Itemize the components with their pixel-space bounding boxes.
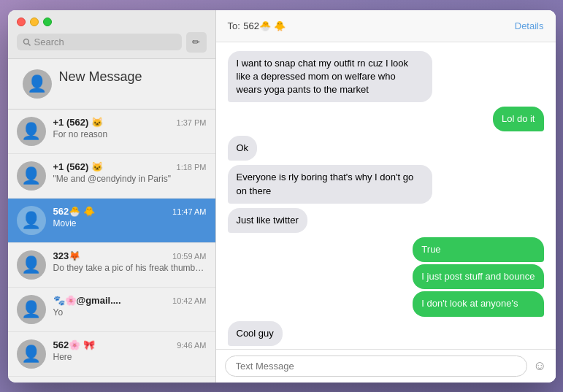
svg-line-1 — [28, 43, 30, 45]
conv-name: 🐾🌸@gmail.... — [53, 295, 121, 306]
emoji-button[interactable]: ☺ — [533, 358, 546, 374]
conversation-item-active[interactable]: 👤 562🐣 🐥 11:47 AM Movie — [8, 199, 215, 243]
message-bubble: Lol do it — [493, 107, 544, 131]
message-row: Cool guy — [228, 321, 544, 346]
conversation-item[interactable]: 👤 562🌸 🎀 9:46 AM Here — [8, 332, 215, 377]
chat-input-area: ☺ — [216, 349, 556, 383]
conv-name: +1 (562) 🐱 — [53, 161, 103, 172]
traffic-lights — [17, 18, 207, 26]
conv-preview: Movie — [53, 218, 207, 228]
message-row: I want to snap chat my outfit rn cuz I l… — [228, 51, 544, 103]
conv-time: 9:46 AM — [177, 341, 206, 350]
conv-content: 🐾🌸@gmail.... 10:42 AM Yo — [53, 295, 207, 318]
conversation-item[interactable]: 👤 +1 (562) 🐱 1:18 PM "Me and @cendyindy … — [8, 154, 215, 199]
avatar: 👤 — [17, 117, 46, 146]
search-icon — [23, 38, 31, 47]
conv-preview: Do they take a pic of his freak thumbs i… — [53, 263, 207, 273]
conv-preview: "Me and @cendyindy in Paris" — [53, 174, 207, 184]
conv-time: 11:47 AM — [172, 207, 206, 216]
search-input[interactable]: Search — [34, 36, 176, 47]
message-row: Just like twitter — [228, 208, 544, 233]
conv-content: 562🐣 🐥 11:47 AM Movie — [53, 206, 207, 228]
avatar: 👤 — [17, 206, 46, 235]
message-bubble: I don't look at anyone's — [413, 291, 543, 316]
new-message-item[interactable]: 👤 New Message — [8, 59, 215, 109]
conv-preview: Here — [53, 352, 207, 362]
conv-time: 10:42 AM — [172, 296, 206, 305]
conversation-item[interactable]: 👤 +1 (562) 🐱‍ 1:37 PM For no reason — [8, 109, 215, 154]
conversation-item[interactable]: 👤 🐾🌸@gmail.... 10:42 AM Yo — [8, 288, 215, 332]
minimize-button[interactable] — [30, 18, 39, 26]
message-row: True I just post stuff and bounce I don'… — [228, 237, 544, 317]
details-button[interactable]: Details — [515, 20, 544, 31]
conv-name: 562🐣 🐥 — [53, 206, 95, 217]
message-group: True I just post stuff and bounce I don'… — [413, 237, 543, 317]
message-row: Lol do it — [228, 107, 544, 131]
message-input[interactable] — [225, 356, 528, 377]
conv-time: 1:18 PM — [177, 163, 207, 172]
compose-button[interactable]: ✏ — [186, 32, 207, 53]
avatar: 👤 — [17, 339, 46, 369]
message-row: Ok — [228, 136, 544, 161]
chat-recipient: 562🐣 🐥 — [243, 20, 285, 31]
message-bubble: Just like twitter — [228, 208, 307, 233]
chat-header: To: 562🐣 🐥 Details — [216, 10, 556, 42]
message-bubble: Ok — [228, 136, 258, 161]
conv-name: 323🦊 — [53, 250, 81, 261]
message-row: Everyone is rly boring that's why I don'… — [228, 165, 544, 203]
conversation-list: 👤 New Message 👤 +1 (562) 🐱‍ 1:37 PM — [8, 59, 215, 383]
avatar: 👤 — [17, 161, 46, 191]
message-bubble: True — [413, 237, 543, 262]
conv-preview: Yo — [53, 307, 207, 318]
chat-to-label: To: — [228, 20, 240, 31]
sidebar-header: Search ✏ — [8, 10, 215, 59]
compose-icon: ✏ — [192, 36, 200, 47]
conv-preview: For no reason — [53, 129, 207, 139]
avatar: 👤 — [17, 250, 46, 280]
avatar: 👤 — [23, 69, 52, 99]
chat-to-row: To: 562🐣 🐥 — [228, 19, 286, 32]
avatar: 👤 — [17, 295, 46, 324]
svg-point-0 — [23, 39, 28, 44]
conv-name: +1 (562) 🐱‍ — [53, 117, 103, 128]
messages-window: Search ✏ 👤 New Message — [8, 10, 556, 383]
search-box[interactable]: Search — [17, 34, 182, 50]
search-row: Search ✏ — [17, 32, 207, 53]
close-button[interactable] — [17, 18, 26, 26]
conv-content: +1 (562) 🐱 1:18 PM "Me and @cendyindy in… — [53, 161, 207, 184]
sidebar: Search ✏ 👤 New Message — [8, 10, 216, 383]
maximize-button[interactable] — [43, 18, 52, 26]
conv-content: New Message — [59, 69, 207, 86]
conv-name: New Message — [59, 69, 142, 85]
message-bubble: I just post stuff and bounce — [413, 264, 543, 289]
chat-messages: I want to snap chat my outfit rn cuz I l… — [216, 42, 556, 349]
conv-time: 1:37 PM — [177, 118, 207, 127]
conversation-item[interactable]: 👤 323🦊 10:59 AM Do they take a pic of hi… — [8, 243, 215, 288]
message-bubble: Cool guy — [228, 321, 283, 346]
conv-time: 10:59 AM — [172, 252, 206, 261]
conv-content: 562🌸 🎀 9:46 AM Here — [53, 339, 207, 362]
conv-content: 323🦊 10:59 AM Do they take a pic of his … — [53, 250, 207, 273]
chat-area: To: 562🐣 🐥 Details I want to snap chat m… — [216, 10, 556, 383]
conv-name: 562🌸 🎀 — [53, 339, 95, 350]
message-bubble: Everyone is rly boring that's why I don'… — [228, 165, 432, 203]
message-bubble: I want to snap chat my outfit rn cuz I l… — [228, 51, 432, 103]
conv-content: +1 (562) 🐱‍ 1:37 PM For no reason — [53, 117, 207, 139]
